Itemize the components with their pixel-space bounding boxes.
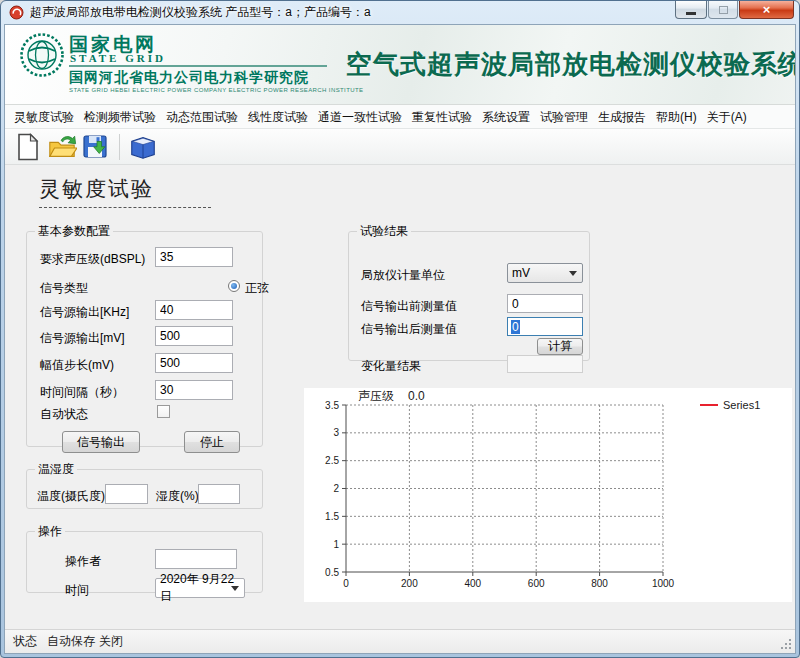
step-label: 幅值步长(mV) — [40, 357, 114, 374]
svg-text:600: 600 — [528, 578, 545, 589]
humidity-input[interactable] — [198, 484, 240, 504]
sensitivity-chart: 0.511.522.533.502004006008001000声压级0.0Se… — [304, 388, 792, 602]
before-input[interactable] — [507, 294, 583, 313]
page-title-underline — [39, 207, 211, 208]
status-autosave-state: 关闭 — [99, 633, 123, 650]
svg-text:声压级: 声压级 — [358, 389, 394, 403]
minimize-button[interactable] — [675, 1, 707, 19]
maximize-button[interactable] — [708, 1, 738, 19]
app-icon — [9, 5, 24, 20]
temperature-input[interactable] — [105, 484, 148, 504]
menu-item-test-management[interactable]: 试验管理 — [535, 105, 593, 129]
spl-input[interactable] — [155, 247, 233, 267]
source-mv-input[interactable] — [155, 326, 233, 346]
client-area: 国家电网 STATE GRID 国网河北省电力公司电力科学研究院 STATE G… — [4, 24, 796, 654]
menu-item-help[interactable]: 帮助(H) — [651, 105, 702, 129]
delta-label: 变化量结果 — [361, 358, 421, 375]
unit-value: mV — [512, 266, 530, 280]
state-grid-logo-icon — [19, 32, 65, 78]
organization-name-en: STATE GRID HEBEI ELECTRIC POWER COMPANY … — [69, 87, 363, 93]
page-title: 灵敏度试验 — [39, 175, 154, 203]
humidity-label: 湿度(%) — [156, 488, 199, 505]
basic-params-legend: 基本参数配置 — [35, 223, 113, 240]
before-label: 信号输出前测量值 — [361, 298, 457, 315]
maximize-icon — [719, 6, 728, 14]
svg-text:3.5: 3.5 — [325, 400, 339, 411]
window-title: 超声波局部放电带电检测仪校验系统 产品型号：a；产品编号：a — [30, 4, 371, 21]
after-value-selected: 0 — [511, 320, 520, 334]
menu-item-linearity[interactable]: 线性度试验 — [243, 105, 313, 129]
save-icon — [82, 133, 110, 161]
svg-text:400: 400 — [464, 578, 481, 589]
operation-group: 操作 操作者 时间 2020年 9月22日 — [26, 523, 263, 593]
svg-text:800: 800 — [591, 578, 608, 589]
interval-input[interactable] — [155, 380, 233, 400]
menu-item-generate-report[interactable]: 生成报告 — [593, 105, 651, 129]
window-controls: × — [674, 1, 794, 19]
help-book-icon — [128, 134, 158, 160]
svg-text:0.5: 0.5 — [325, 567, 339, 578]
operator-label: 操作者 — [65, 553, 101, 570]
status-bar: 状态 自动保存 关闭 — [5, 629, 795, 653]
help-book-button[interactable] — [126, 131, 160, 163]
system-title: 空气式超声波局部放电检测仪校验系统 — [346, 47, 796, 82]
svg-text:1000: 1000 — [652, 578, 675, 589]
resize-grip[interactable] — [780, 638, 793, 651]
after-input[interactable]: 0 — [507, 317, 583, 336]
app-window: 超声波局部放电带电检测仪校验系统 产品型号：a；产品编号：a × 国家电网 ST… — [0, 0, 800, 658]
menu-item-system-settings[interactable]: 系统设置 — [477, 105, 535, 129]
unit-label: 局放仪计量单位 — [361, 267, 445, 284]
results-legend: 试验结果 — [357, 223, 411, 240]
interval-label: 时间间隔（秒） — [40, 384, 124, 401]
save-button[interactable] — [79, 131, 113, 163]
date-value: 2020年 9月22日 — [160, 571, 240, 605]
minimize-icon — [686, 12, 696, 15]
brand-name-en: STATE GRID — [70, 52, 166, 64]
new-file-icon — [16, 133, 40, 161]
chevron-down-icon — [231, 586, 239, 591]
new-file-button[interactable] — [11, 131, 45, 163]
sine-radio[interactable] — [228, 280, 240, 292]
header-banner: 国家电网 STATE GRID 国网河北省电力公司电力科学研究院 STATE G… — [5, 25, 795, 105]
close-icon: × — [763, 2, 771, 17]
operation-legend: 操作 — [35, 523, 65, 540]
radio-selected-dot — [231, 283, 237, 289]
freq-label: 信号源输出[KHz] — [40, 304, 129, 321]
menu-item-channel-consistency[interactable]: 通道一致性试验 — [313, 105, 407, 129]
menu-item-about[interactable]: 关于(A) — [702, 105, 752, 129]
svg-text:1.5: 1.5 — [325, 511, 339, 522]
freq-input[interactable] — [155, 300, 233, 320]
toolbar-separator — [119, 134, 120, 160]
chevron-down-icon — [569, 271, 577, 276]
close-button[interactable]: × — [739, 1, 794, 19]
open-file-icon — [47, 133, 77, 161]
step-input[interactable] — [155, 353, 233, 373]
date-picker[interactable]: 2020年 9月22日 — [155, 578, 245, 598]
menu-item-dynamic-range[interactable]: 动态范围试验 — [161, 105, 243, 129]
svg-text:2.5: 2.5 — [325, 455, 339, 466]
basic-params-group: 基本参数配置 要求声压级(dBSPL) 信号类型 正弦 信号源输出[KHz] 信… — [26, 223, 263, 447]
calculate-button[interactable]: 计算 — [537, 338, 583, 355]
signal-output-button[interactable]: 信号输出 — [62, 431, 140, 453]
auto-status-label: 自动状态 — [40, 406, 88, 423]
sine-radio-label: 正弦 — [245, 280, 269, 297]
open-file-button[interactable] — [45, 131, 79, 163]
source-mv-label: 信号源输出[mV] — [40, 330, 125, 347]
temperature-label: 温度(摄氏度) — [37, 488, 105, 505]
auto-status-checkbox[interactable] — [157, 405, 170, 418]
menu-item-repeatability[interactable]: 重复性试验 — [407, 105, 477, 129]
toolbar — [5, 129, 795, 165]
menu-item-frequency-band[interactable]: 检测频带试验 — [79, 105, 161, 129]
organization-name-cn: 国网河北省电力公司电力科学研究院 — [69, 69, 309, 87]
operator-input[interactable] — [155, 549, 237, 569]
temp-humidity-group: 温湿度 温度(摄氏度) 湿度(%) — [26, 461, 263, 509]
after-label: 信号输出后测量值 — [361, 321, 457, 338]
svg-text:1: 1 — [333, 539, 339, 550]
delta-output — [507, 355, 583, 373]
unit-select[interactable]: mV — [507, 263, 583, 283]
status-autosave-label: 自动保存 — [47, 633, 95, 650]
stop-button[interactable]: 停止 — [184, 431, 240, 453]
menu-item-sensitivity[interactable]: 灵敏度试验 — [9, 105, 79, 129]
svg-text:3: 3 — [333, 427, 339, 438]
status-state-label: 状态 — [13, 633, 37, 650]
